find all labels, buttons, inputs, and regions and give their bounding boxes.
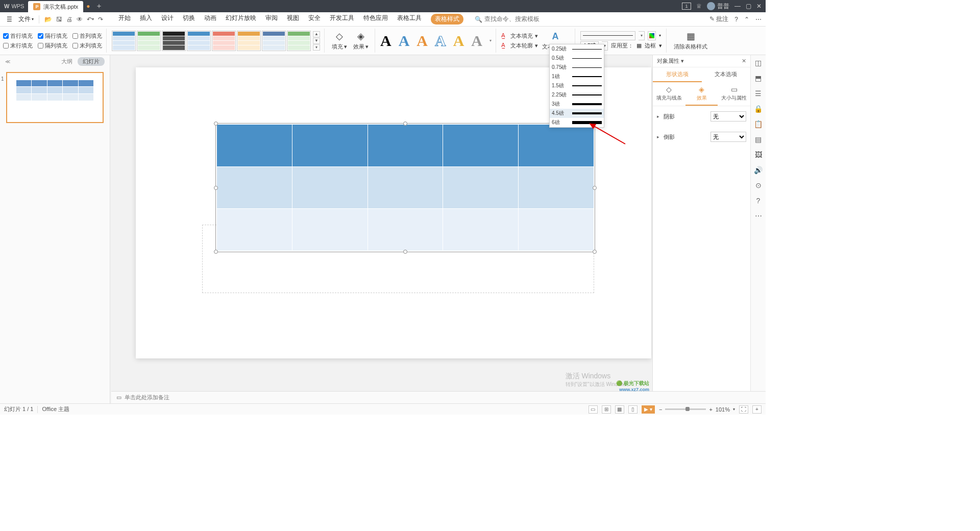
check-first-row[interactable]: 首行填充 bbox=[3, 32, 33, 40]
command-search[interactable]: 🔍 查找命令、搜索模板 bbox=[475, 15, 540, 23]
tab-tablestyle[interactable]: 表格样式 bbox=[431, 14, 463, 25]
handle-tm[interactable] bbox=[403, 122, 407, 126]
border-color-picker[interactable] bbox=[648, 31, 656, 40]
preview-icon[interactable]: 👁 bbox=[77, 16, 83, 23]
check-banded-row[interactable]: 隔行填充 bbox=[38, 32, 67, 40]
notes-pane[interactable]: ▭ 单击此处添加备注 bbox=[111, 391, 766, 403]
lw-2-25[interactable]: 2.25磅 bbox=[550, 90, 604, 100]
save-icon[interactable]: 🖫 bbox=[56, 16, 62, 23]
table-style-3[interactable] bbox=[162, 31, 186, 51]
table-style-6[interactable] bbox=[237, 31, 261, 51]
tool-help-icon[interactable]: ? bbox=[754, 196, 763, 205]
more-icon[interactable]: ⋯ bbox=[755, 16, 762, 23]
maximize-button[interactable]: ▢ bbox=[746, 3, 751, 10]
tool-image-icon[interactable]: 🖼 bbox=[754, 150, 763, 159]
reflection-expand[interactable]: ▸ bbox=[657, 134, 659, 139]
tool-layers-icon[interactable]: ▤ bbox=[754, 135, 763, 144]
panel-collapse[interactable]: ≪ bbox=[5, 59, 10, 64]
lw-0-25[interactable]: 0.25磅 bbox=[550, 44, 604, 54]
close-button[interactable]: ✕ bbox=[756, 3, 762, 10]
handle-bl[interactable] bbox=[214, 250, 218, 254]
effect-button[interactable]: ◈效果▾ bbox=[351, 31, 371, 51]
table-style-7[interactable] bbox=[262, 31, 286, 51]
slides-tab[interactable]: 幻灯片 bbox=[78, 57, 105, 66]
lw-4-5[interactable]: 4.5磅 bbox=[550, 109, 604, 118]
tab-special[interactable]: 特色应用 bbox=[363, 14, 388, 25]
wordart-3[interactable]: A bbox=[416, 32, 428, 50]
shadow-select[interactable]: 无 bbox=[710, 111, 746, 122]
tab-review[interactable]: 审阅 bbox=[265, 14, 278, 25]
tool-home-icon[interactable]: ◫ bbox=[754, 58, 763, 67]
text-fill-button[interactable]: A̲文本填充▾ bbox=[501, 32, 538, 40]
wordart-6[interactable]: A bbox=[471, 32, 482, 50]
view-normal[interactable]: ⊞ bbox=[602, 405, 611, 414]
tab-design[interactable]: 设计 bbox=[161, 14, 174, 25]
outline-tab[interactable]: 大纲 bbox=[61, 58, 72, 65]
table-style-8[interactable] bbox=[287, 31, 311, 51]
zoom-menu[interactable]: ▾ bbox=[733, 407, 735, 412]
sub-size[interactable]: ▭大小与属性 bbox=[718, 82, 750, 106]
tab-start[interactable]: 开始 bbox=[118, 14, 131, 25]
shape-options-tab[interactable]: 形状选项 bbox=[653, 67, 702, 82]
sub-fill-line[interactable]: ◇填充与线条 bbox=[653, 82, 685, 106]
slide-thumbnail-1[interactable]: 1 bbox=[6, 72, 104, 123]
new-tab-button[interactable]: ＋ bbox=[90, 2, 108, 11]
open-icon[interactable]: 📂 bbox=[44, 16, 52, 23]
lw-0-5[interactable]: 0.5磅 bbox=[550, 54, 604, 63]
tool-clipboard-icon[interactable]: 📋 bbox=[754, 119, 763, 129]
check-last-col[interactable]: 末列填充 bbox=[72, 42, 102, 50]
line-style-drop[interactable]: ▾ bbox=[639, 31, 645, 40]
fit-window[interactable]: ⛶ bbox=[739, 405, 748, 414]
table-object[interactable] bbox=[216, 124, 594, 251]
hamburger-icon[interactable]: ☰ bbox=[5, 15, 13, 23]
sub-effect[interactable]: ◈效果 bbox=[685, 82, 718, 106]
handle-tl[interactable] bbox=[214, 122, 218, 126]
collapse-ribbon-icon[interactable]: ⌃ bbox=[744, 16, 749, 23]
border-apply-icon[interactable]: ▦ bbox=[636, 42, 642, 49]
lw-1-5[interactable]: 1.5磅 bbox=[550, 81, 604, 90]
crown-icon[interactable]: ♕ bbox=[696, 3, 702, 10]
lw-6[interactable]: 6磅 bbox=[550, 118, 604, 127]
table-style-1[interactable] bbox=[112, 31, 136, 51]
table-style-5[interactable] bbox=[212, 31, 236, 51]
handle-bm[interactable] bbox=[403, 250, 407, 254]
pane-close[interactable]: ⨯ bbox=[742, 58, 746, 64]
redo-icon[interactable]: ↷ bbox=[98, 16, 103, 23]
tab-tabletools[interactable]: 表格工具 bbox=[397, 14, 422, 25]
tool-select-icon[interactable]: ☰ bbox=[754, 89, 763, 98]
shadow-expand[interactable]: ▸ bbox=[657, 114, 659, 119]
tab-insert[interactable]: 插入 bbox=[140, 14, 152, 25]
zoom-value[interactable]: 101% bbox=[716, 406, 730, 413]
tab-animation[interactable]: 动画 bbox=[204, 14, 216, 25]
view-reading[interactable]: ▯ bbox=[628, 405, 638, 414]
handle-br[interactable] bbox=[593, 250, 597, 254]
tool-play-icon[interactable]: ⊙ bbox=[754, 181, 763, 190]
zoom-slider[interactable] bbox=[665, 408, 706, 410]
user-menu[interactable]: 普普 bbox=[707, 2, 729, 11]
document-tab[interactable]: P 演示文稿.pptx bbox=[28, 1, 83, 12]
handle-mr[interactable] bbox=[593, 186, 597, 190]
minimize-button[interactable]: — bbox=[734, 3, 741, 10]
wordart-more[interactable]: ▾ bbox=[489, 38, 492, 43]
tool-audio-icon[interactable]: 🔊 bbox=[754, 165, 763, 175]
tab-security[interactable]: 安全 bbox=[308, 14, 321, 25]
tab-devtools[interactable]: 开发工具 bbox=[330, 14, 354, 25]
zoom-out[interactable]: − bbox=[659, 406, 662, 413]
style-scroll-up[interactable]: ▲ bbox=[313, 31, 320, 37]
tab-transition[interactable]: 切换 bbox=[183, 14, 195, 25]
handle-ml[interactable] bbox=[214, 186, 218, 190]
file-menu[interactable]: 文件▾ bbox=[16, 14, 36, 25]
max-window[interactable]: + bbox=[752, 405, 762, 414]
view-slideshow[interactable]: ▶ ▾ bbox=[642, 405, 655, 414]
lw-1[interactable]: 1磅 bbox=[550, 72, 604, 81]
lw-3[interactable]: 3磅 bbox=[550, 100, 604, 109]
view-notepane[interactable]: ▭ bbox=[589, 405, 598, 414]
table-style-2[interactable] bbox=[137, 31, 161, 51]
style-scroll-down[interactable]: ▼ bbox=[313, 38, 320, 44]
wordart-1[interactable]: A bbox=[380, 32, 391, 50]
workspace-badge[interactable]: 1 bbox=[682, 3, 691, 10]
wordart-2[interactable]: A bbox=[399, 32, 410, 50]
help-icon[interactable]: ? bbox=[734, 16, 738, 23]
border-button[interactable]: 边框 bbox=[645, 42, 656, 50]
view-sorter[interactable]: ▦ bbox=[615, 405, 624, 414]
